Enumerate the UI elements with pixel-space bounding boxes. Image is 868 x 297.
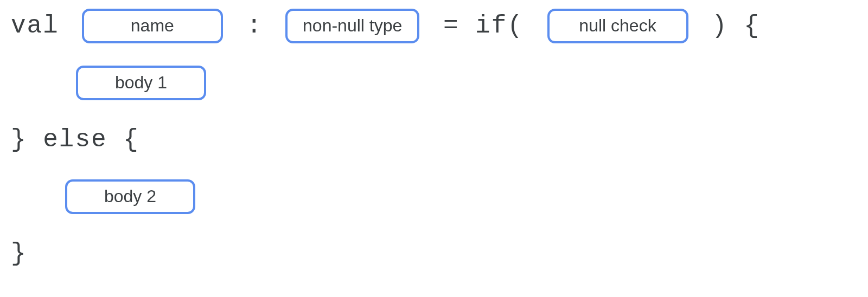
code-line-1: val name : non-null type = if( null chec… — [11, 5, 857, 46]
close-brace: } — [11, 240, 27, 268]
close-paren-open-brace: ) { — [696, 12, 760, 40]
placeholder-null-check: null check — [547, 9, 688, 43]
placeholder-non-null-type: non-null type — [285, 9, 419, 43]
keyword-val: val — [11, 12, 59, 40]
colon: : — [231, 12, 263, 40]
placeholder-name: name — [82, 9, 223, 43]
close-else-open: } else { — [11, 126, 139, 154]
placeholder-body2: body 2 — [65, 179, 195, 214]
code-line-3: } else { — [11, 119, 857, 160]
code-line-5: } — [11, 233, 857, 274]
equals-if-open-paren: = if( — [427, 12, 539, 40]
code-line-4: body 2 — [11, 176, 857, 217]
placeholder-body1: body 1 — [76, 66, 206, 100]
code-line-2: body 1 — [11, 62, 857, 103]
